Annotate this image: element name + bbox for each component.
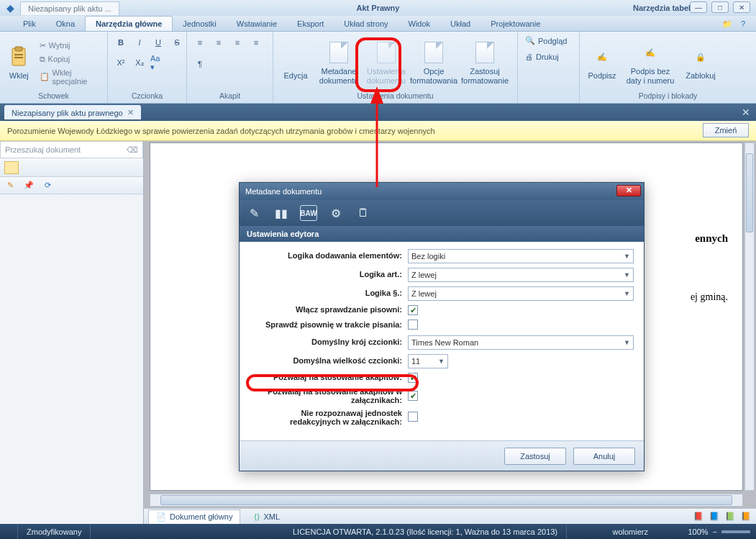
dialog-gear-icon[interactable]: ⚙ [327, 205, 345, 221]
align-left-button[interactable]: ≡ [191, 35, 209, 50]
paste-special-label: Wklej specjalnie [53, 68, 100, 86]
menu-plik[interactable]: Plik [13, 17, 46, 31]
horizontal-scrollbar[interactable] [150, 494, 743, 507]
dialog-book-icon[interactable]: ▮▮ [273, 205, 290, 221]
search-input[interactable]: Przeszukaj dokument ⌫ [0, 141, 143, 158]
copy-button[interactable]: ⧉Kopiuj [37, 53, 103, 65]
opcje-formatowania-button[interactable]: Opcje formatowania [411, 35, 456, 91]
menu-projektowanie[interactable]: Projektowanie [481, 17, 550, 31]
vertical-scrollbar[interactable] [744, 142, 755, 491]
ribbon-group-schowek: Wklej ✂Wytnij ⧉Kopiuj 📋Wklej specjalnie … [0, 32, 108, 103]
align-center-button[interactable]: ≡ [210, 35, 227, 50]
zmien-button[interactable]: Zmień [703, 123, 749, 137]
refresh-icon[interactable]: ⟳ [42, 180, 53, 191]
window-maximize-button[interactable]: □ [711, 1, 729, 13]
ribbon-group-akapit: ≡ ≡ ≡ ≡ ¶ Akapit [187, 32, 273, 103]
select-value: 11 [411, 357, 420, 366]
paste-button[interactable]: Wklej [4, 35, 34, 91]
menu-uklad[interactable]: Układ [440, 17, 481, 31]
podpis-bez-button[interactable]: ✍ Podpis bez daty i numeru [623, 35, 678, 91]
zoom-value: 100% [688, 527, 708, 536]
align-right-button[interactable]: ≡ [229, 35, 246, 50]
pin-icon[interactable]: 📌 [23, 180, 35, 191]
document-tab[interactable]: Niezapisany plik aktu prawnego ✕ [4, 105, 141, 119]
export-other-icon[interactable]: 📙 [740, 511, 752, 522]
zoom-slider[interactable] [721, 530, 750, 533]
chevron-down-icon: ▼ [624, 290, 630, 297]
logika-par-select[interactable]: Z lewej▼ [408, 286, 634, 301]
wand-icon[interactable]: ✎ [4, 180, 16, 191]
tab-dokument-glowny[interactable]: 📄Dokument główny [148, 509, 240, 524]
strike-button[interactable]: S [168, 35, 186, 50]
nie-rozpoznawaj-checkbox[interactable] [408, 412, 418, 422]
menu-eksport[interactable]: Eksport [287, 17, 334, 31]
align-justify-button[interactable]: ≡ [247, 35, 265, 50]
cut-button[interactable]: ✂Wytnij [37, 40, 103, 52]
status-modified: Zmodyfikowany [18, 524, 91, 539]
ribbon-group-podglad-drukuj: 🔍Podgląd 🖨Drukuj [518, 32, 580, 103]
export-pdf-icon[interactable]: 📕 [693, 511, 704, 522]
metadane-button[interactable]: Metadane dokumentu [316, 35, 361, 91]
sign-icon: ✍ [591, 45, 614, 68]
tabstrip-close-icon[interactable]: ✕ [742, 107, 750, 118]
underline-button[interactable]: U [150, 35, 167, 50]
podpisz-button[interactable]: ✍ Podpisz [584, 35, 620, 91]
menu-jednostki[interactable]: Jednostki [173, 17, 226, 31]
podglad-button[interactable]: 🔍Podgląd [522, 35, 570, 47]
bold-button[interactable]: B [112, 35, 129, 50]
tree-doc-icon[interactable] [4, 161, 19, 174]
scrollbar-thumb[interactable] [160, 495, 732, 505]
kroj-czcionki-select[interactable]: Times New Roman▼ [408, 335, 634, 350]
export-xml-icon[interactable]: 📗 [724, 511, 736, 522]
help-icon[interactable]: ? [737, 18, 749, 30]
status-bar: Zmodyfikowany LICENCJA OTWARTA, 2.1.0.23… [0, 524, 756, 539]
tab-close-icon[interactable]: ✕ [127, 108, 134, 117]
dialog-close-button[interactable]: ✕ [616, 185, 641, 196]
export-doc-icon[interactable]: 📘 [709, 511, 720, 522]
edycja-button[interactable]: Edycja [278, 35, 314, 91]
ustawienia-dokumentu-button[interactable]: Ustawienia dokumentu [364, 35, 409, 91]
dialog-note-icon[interactable]: 🗒 [355, 205, 372, 221]
drukuj-button[interactable]: 🖨Drukuj [522, 51, 562, 63]
menu-narzedzia-glowne[interactable]: Narzędzia główne [85, 16, 173, 31]
menu-uklad-strony[interactable]: Układ strony [334, 17, 398, 31]
wielkosc-czcionki-select[interactable]: 11▼ [408, 354, 448, 368]
superscript-button[interactable]: X² [112, 55, 129, 71]
window-minimize-button[interactable]: — [690, 1, 707, 13]
zastosuj-button[interactable]: Zastosuj [504, 448, 566, 465]
ustawienia-label: Ustawienia dokumentu [364, 67, 409, 85]
paste-special-button[interactable]: 📋Wklej specjalnie [37, 67, 103, 87]
tab-xml[interactable]: ⟨⟩XML [246, 509, 288, 524]
paste-special-icon: 📋 [40, 72, 50, 81]
pozwalaj-akapity-zal-checkbox[interactable]: ✔ [408, 391, 418, 401]
svg-rect-3 [14, 57, 23, 58]
font-case-button[interactable]: Aa ▾ [150, 55, 167, 71]
folder-icon[interactable]: 📁 [721, 18, 733, 30]
dialog-baw-icon[interactable]: BAW [300, 205, 317, 221]
zoom-out-button[interactable]: − [713, 527, 717, 536]
info-bar-text: Porozumienie Wojewody Łódzkiego w sprawi… [7, 127, 435, 135]
drukuj-label: Drukuj [536, 53, 559, 61]
status-user: wolomierz [612, 527, 648, 536]
dialog-edit-icon[interactable]: ✎ [245, 205, 263, 221]
sprawdz-w-trakcie-checkbox[interactable] [408, 320, 418, 330]
ribbon-group-label [522, 91, 575, 101]
window-close-button[interactable]: ✕ [733, 1, 750, 13]
logika-dodawania-select[interactable]: Bez logiki▼ [408, 249, 634, 263]
italic-button[interactable]: I [131, 35, 148, 50]
scrollbar-thumb[interactable] [746, 153, 753, 232]
logika-art-select[interactable]: Z lewej▼ [408, 268, 634, 282]
zastosuj-formatowanie-button[interactable]: Zastosuj formatowanie [459, 35, 511, 91]
menu-okna[interactable]: Okna [46, 17, 85, 31]
zablokuj-button[interactable]: 🔒 Zablokuj [680, 35, 721, 91]
search-clear-icon[interactable]: ⌫ [127, 145, 138, 155]
edycja-label: Edycja [283, 71, 307, 81]
anuluj-button[interactable]: Anuluj [573, 448, 635, 465]
subscript-button[interactable]: X₂ [131, 55, 148, 71]
sprawdzanie-pisowni-checkbox[interactable]: ✔ [408, 305, 418, 315]
menu-wstawianie[interactable]: Wstawianie [227, 17, 287, 31]
pilcrow-button[interactable]: ¶ [191, 56, 209, 72]
pozwalaj-akapity-checkbox[interactable]: ✔ [408, 373, 418, 383]
menu-widok[interactable]: Widok [399, 17, 441, 31]
dialog-titlebar[interactable]: Metadane dokumentu ✕ [240, 183, 644, 200]
